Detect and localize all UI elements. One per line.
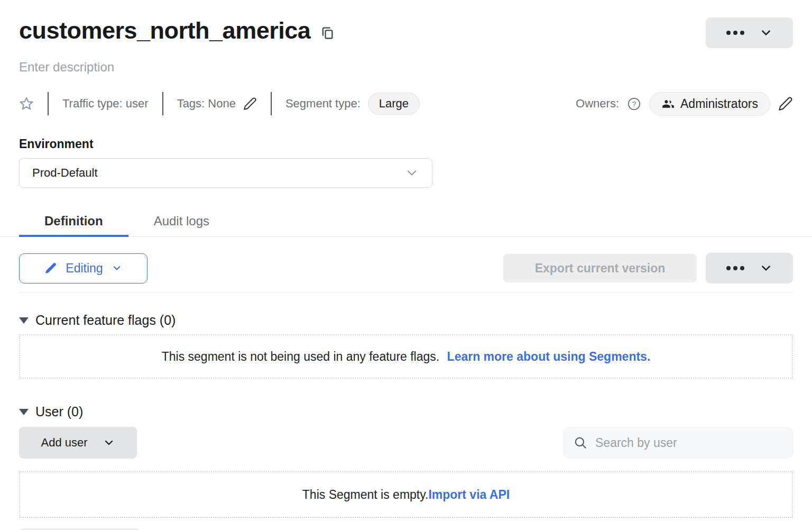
chevron-down-icon [759,261,773,275]
description-placeholder[interactable]: Enter description [19,60,793,75]
segment-type-badge: Large [368,93,420,115]
segment-empty-text: This Segment is empty. [302,488,429,501]
feature-flags-section-header: Current feature flags (0) [19,313,793,328]
search-by-user-box [564,427,793,458]
environment-selected-value: Prod-Default [32,166,98,180]
editing-mode-button[interactable]: Editing [19,253,147,284]
tags-label: Tags: None [177,97,236,111]
header-more-menu-button[interactable] [706,17,793,48]
owners-value: Administrators [680,97,758,111]
pencil-icon [44,262,57,275]
chevron-down-icon [404,166,419,180]
search-by-user-input[interactable] [594,435,783,451]
segment-type-item: Segment type: Large [285,93,420,115]
toolbar-divider [19,292,793,293]
svg-text:?: ? [632,100,636,108]
ellipsis-icon [726,266,744,270]
import-via-api-link[interactable]: Import via API [428,488,510,501]
collapse-triangle-icon[interactable] [19,317,29,324]
favorite-star-icon[interactable] [19,96,34,111]
feature-flags-empty-state: This segment is not being used in any fe… [19,334,793,379]
segment-empty-state: This Segment is empty.Import via API [19,471,793,518]
owners-help-icon[interactable]: ? [627,97,641,111]
chevron-down-icon [759,26,773,40]
owners-badge[interactable]: Administrators [649,92,770,116]
user-toolbar: Add user [19,427,793,459]
editing-label: Editing [66,261,103,276]
environment-label: Environment [19,137,793,151]
people-icon [661,97,675,111]
edit-tags-pencil-icon[interactable] [243,97,257,111]
segment-detail-page: customers_north_america Enter descriptio… [0,0,812,530]
meta-divider [48,92,49,115]
environment-select[interactable]: Prod-Default [19,158,432,188]
edit-owners-pencil-icon[interactable] [778,96,793,111]
definition-toolbar: Editing Export current version [19,253,793,284]
title-wrap: customers_north_america [19,16,335,45]
collapse-triangle-icon[interactable] [19,409,29,415]
toolbar-right-group: Export current version [503,253,793,284]
owners-group: Owners: ? Administrators [576,92,793,116]
traffic-type-label: Traffic type: user [62,97,149,111]
tab-bar: Definition Audit logs [0,207,812,237]
copy-icon[interactable] [320,25,335,41]
chevron-down-icon [103,436,115,449]
meta-divider [271,92,272,115]
feature-flags-empty-text: This segment is not being used in any fe… [162,350,439,363]
tab-definition[interactable]: Definition [19,207,128,237]
definition-more-menu-button[interactable] [706,253,793,284]
owners-label: Owners: [576,97,619,111]
feature-flags-heading: Current feature flags (0) [35,313,176,328]
chevron-down-icon [112,263,122,273]
meta-divider [162,92,163,115]
user-heading: User (0) [35,404,83,419]
search-icon [574,436,587,450]
meta-row: Traffic type: user Tags: None Segment ty… [19,92,793,116]
segment-type-label: Segment type: [285,97,361,111]
ellipsis-icon [726,31,744,35]
page-header: customers_north_america [19,0,793,48]
add-user-button[interactable]: Add user [19,427,137,459]
tags-item: Tags: None [177,97,257,111]
add-user-label: Add user [41,436,87,450]
page-title: customers_north_america [19,16,310,45]
export-current-version-button[interactable]: Export current version [503,254,697,282]
user-section-header: User (0) [19,404,793,419]
tab-audit-logs[interactable]: Audit logs [128,207,235,237]
learn-more-segments-link[interactable]: Learn more about using Segments. [447,350,651,363]
